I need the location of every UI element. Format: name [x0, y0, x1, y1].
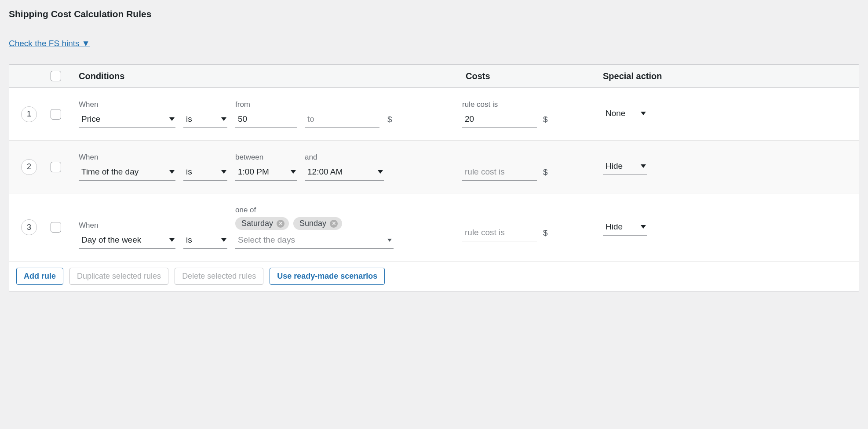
day-chip[interactable]: Sunday ✕: [293, 217, 342, 230]
fs-hints-link[interactable]: Check the FS hints ▼: [9, 39, 90, 48]
chevron-down-icon: [378, 170, 383, 174]
day-chip[interactable]: Saturday ✕: [235, 217, 289, 230]
currency-symbol: $: [543, 228, 548, 241]
and-label: and: [305, 153, 384, 162]
row-checkbox[interactable]: [51, 109, 61, 120]
delete-rules-button[interactable]: Delete selected rules: [175, 268, 263, 285]
to-input[interactable]: [305, 112, 379, 128]
rule-row: 3 When Day of the week is: [9, 193, 859, 262]
chip-remove-icon[interactable]: ✕: [330, 220, 338, 228]
table-header: Conditions Costs Special action: [9, 65, 859, 88]
header-special: Special action: [603, 71, 686, 81]
chevron-down-icon: [291, 170, 296, 174]
chevron-down-icon: [221, 238, 226, 242]
days-select[interactable]: Select the days: [235, 233, 394, 249]
time-to-select[interactable]: 12:00 AM: [305, 164, 384, 181]
chevron-down-icon: [221, 117, 226, 121]
duplicate-rules-button[interactable]: Duplicate selected rules: [69, 268, 168, 285]
when-label: When: [79, 100, 175, 109]
from-label: from: [235, 100, 297, 109]
special-action-select[interactable]: Hide: [603, 219, 647, 236]
row-number: 1: [21, 106, 37, 122]
time-from-select[interactable]: 1:00 PM: [235, 164, 297, 181]
select-all-checkbox[interactable]: [51, 71, 61, 81]
rule-cost-input[interactable]: [462, 225, 537, 241]
one-of-label: one of: [235, 206, 394, 214]
row-checkbox[interactable]: [51, 162, 61, 172]
when-select[interactable]: Day of the week: [79, 233, 175, 249]
chip-remove-icon[interactable]: ✕: [277, 220, 284, 228]
chevron-down-icon: [387, 239, 392, 242]
header-costs: Costs: [462, 71, 603, 81]
row-number: 3: [21, 219, 37, 235]
rules-table: Conditions Costs Special action 1 When P…: [9, 64, 859, 291]
chevron-down-icon: [169, 170, 175, 174]
add-rule-button[interactable]: Add rule: [16, 268, 63, 285]
chevron-down-icon: [641, 164, 646, 168]
special-action-select[interactable]: None: [603, 106, 647, 122]
chevron-down-icon: [169, 238, 175, 242]
footer-bar: Add rule Duplicate selected rules Delete…: [9, 262, 859, 291]
chevron-down-icon: [641, 112, 646, 115]
rule-cost-input[interactable]: [462, 164, 537, 181]
chevron-down-icon: [641, 225, 646, 229]
when-label: When: [79, 221, 175, 230]
day-chips: Saturday ✕ Sunday ✕: [235, 217, 394, 230]
use-scenarios-button[interactable]: Use ready-made scenarios: [270, 268, 385, 285]
chevron-down-icon: [169, 117, 175, 121]
currency-symbol: $: [543, 167, 548, 181]
rule-row: 1 When Price is: [9, 88, 859, 141]
from-input[interactable]: [235, 112, 297, 128]
currency-symbol: $: [543, 115, 548, 128]
operator-select[interactable]: is: [183, 233, 227, 249]
when-label: When: [79, 153, 175, 162]
operator-select[interactable]: is: [183, 164, 227, 181]
operator-select[interactable]: is: [183, 112, 227, 128]
row-number: 2: [21, 159, 37, 175]
row-checkbox[interactable]: [51, 222, 61, 233]
when-select[interactable]: Time of the day: [79, 164, 175, 181]
rule-row: 2 When Time of the day is: [9, 141, 859, 193]
when-select[interactable]: Price: [79, 112, 175, 128]
rule-cost-label: rule cost is: [462, 100, 537, 109]
header-conditions: Conditions: [75, 71, 462, 81]
chevron-down-icon: [221, 170, 226, 174]
between-label: between: [235, 153, 297, 162]
currency-symbol: $: [387, 115, 392, 128]
rule-cost-input[interactable]: [462, 112, 537, 128]
page-title: Shipping Cost Calculation Rules: [9, 9, 859, 19]
special-action-select[interactable]: Hide: [603, 159, 647, 175]
